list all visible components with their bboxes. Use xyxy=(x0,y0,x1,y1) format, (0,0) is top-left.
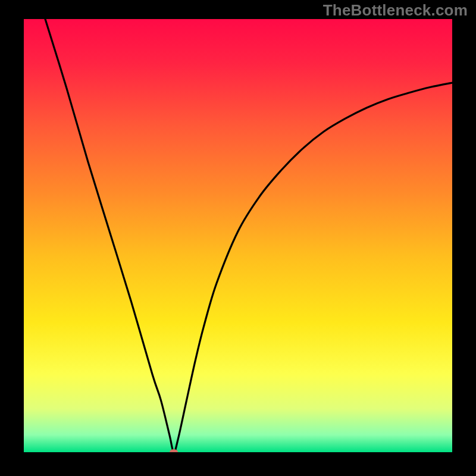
watermark-text: TheBottleneck.com xyxy=(323,1,468,20)
chart-background xyxy=(24,19,452,452)
chart-frame: TheBottleneck.com xyxy=(0,0,476,476)
bottleneck-chart xyxy=(24,19,452,452)
